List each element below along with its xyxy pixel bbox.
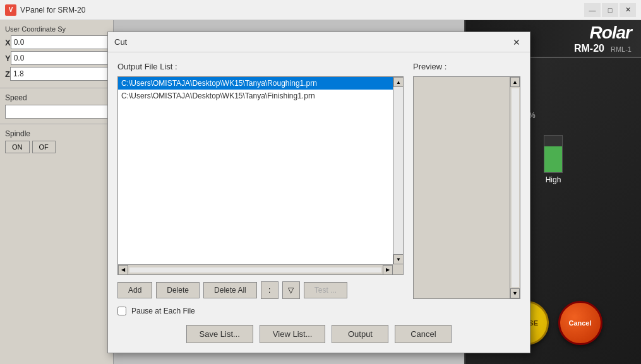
coord-z-input[interactable]: [10, 67, 111, 81]
delete-button[interactable]: Delete: [156, 282, 200, 298]
speed-input[interactable]: [5, 105, 108, 119]
h-scroll-track: [129, 267, 381, 273]
delete-all-button[interactable]: Delete All: [203, 282, 257, 298]
file-list-inner: C:\Users\OMISTAJA\Desktop\WK15\Tanya\Rou…: [118, 77, 393, 264]
axis-x-label: X: [5, 38, 11, 47]
dialog-title: Cut: [114, 37, 127, 47]
dialog-titlebar: Cut ✕: [108, 32, 530, 52]
scroll-up-arrow[interactable]: ▲: [393, 77, 404, 87]
coord-x-input[interactable]: [11, 35, 112, 49]
spindle-buttons: ON OF: [5, 141, 108, 153]
cancel-button[interactable]: Cancel: [395, 325, 452, 343]
app-window: V VPanel for SRM-20 — □ ✕ User Coordinat…: [0, 0, 641, 364]
app-icon: V: [5, 4, 16, 16]
app-titlebar: V VPanel for SRM-20 — □ ✕: [0, 0, 641, 20]
preview-box: ▲ ▼: [413, 76, 520, 299]
file-item-1[interactable]: C:\Users\OMISTAJA\Desktop\WK15\Tanya\Fin…: [118, 90, 393, 102]
minimize-button[interactable]: —: [584, 3, 601, 17]
pause-checkbox[interactable]: [117, 307, 126, 315]
coord-section: User Coordinate Sy X Y Z: [0, 20, 113, 88]
preview-section: Preview : ▲ ▼: [413, 62, 520, 299]
horizontal-scrollbar: ◀ ▶: [118, 264, 393, 274]
bottom-btn-row: Save List... View List... Output Cancel: [117, 325, 520, 343]
titlebar-controls: — □ ✕: [584, 3, 636, 17]
roland-logo: Rolar: [574, 23, 632, 43]
scroll-down-arrow[interactable]: ▼: [393, 254, 404, 264]
file-listbox-wrapper: C:\Users\OMISTAJA\Desktop\WK15\Tanya\Rou…: [117, 76, 404, 275]
roland-model: RM-20: [574, 43, 604, 54]
scroll-right-arrow[interactable]: ▶: [383, 265, 393, 275]
output-button[interactable]: Output: [332, 325, 388, 343]
coord-row-z: Z: [5, 67, 108, 81]
speed-text: High: [546, 175, 561, 184]
speed-bar-fill: [544, 146, 562, 172]
down-button[interactable]: ▽: [282, 281, 300, 299]
spindle-off-button[interactable]: OF: [32, 141, 56, 153]
app-title: VPanel for SRM-20: [20, 6, 85, 15]
dialog-top-section: Output File List : C:\Users\OMISTAJA\Des…: [117, 62, 520, 299]
left-panel: User Coordinate Sy X Y Z Speed Spindle O…: [0, 20, 114, 364]
file-list-label: Output File List :: [117, 62, 404, 71]
coord-label: User Coordinate Sy: [5, 25, 108, 33]
test-button[interactable]: Test ...: [304, 282, 347, 298]
button-row: Add Delete Delete All : ▽ Test ...: [117, 281, 404, 299]
pause-label: Pause at Each File: [131, 307, 195, 315]
cut-dialog: Cut ✕ Output File List : C:\Users\OMISTA…: [107, 32, 530, 353]
save-list-button[interactable]: Save List...: [186, 325, 253, 343]
spindle-on-button[interactable]: ON: [5, 141, 30, 153]
dialog-close-button[interactable]: ✕: [510, 35, 524, 49]
pause-row: Pause at Each File: [117, 307, 520, 315]
cancel-circle-button[interactable]: Cancel: [558, 301, 602, 345]
roland-sub: RML-1: [611, 45, 632, 53]
vertical-scrollbar: ▲ ▼: [393, 77, 403, 264]
maximize-button[interactable]: □: [602, 3, 618, 17]
speed-label: Speed: [5, 93, 108, 102]
axis-z-label: Z: [5, 69, 10, 79]
file-item-0[interactable]: C:\Users\OMISTAJA\Desktop\WK15\Tanya\Rou…: [118, 77, 393, 90]
scroll-left-arrow[interactable]: ◀: [118, 265, 128, 275]
preview-scroll-down[interactable]: ▼: [510, 288, 520, 298]
preview-scroll-up[interactable]: ▲: [510, 77, 520, 87]
axis-y-label: Y: [5, 54, 11, 63]
up-button[interactable]: :: [261, 281, 279, 299]
preview-label: Preview :: [413, 62, 520, 71]
scrollbar-corner: [393, 264, 403, 274]
preview-scroll-track: [512, 88, 519, 287]
coord-row-y: Y: [5, 51, 108, 65]
scroll-track: [393, 87, 403, 254]
roland-logo-area: Rolar RM-20 RML-1: [574, 23, 632, 54]
spindle-label: Spindle: [5, 129, 108, 138]
speed-section: Speed: [0, 88, 113, 124]
titlebar-left: V VPanel for SRM-20: [5, 4, 85, 16]
coord-row-x: X: [5, 35, 108, 49]
add-button[interactable]: Add: [117, 282, 152, 298]
file-list-section: Output File List : C:\Users\OMISTAJA\Des…: [117, 62, 404, 299]
preview-scrollbar: ▲ ▼: [510, 77, 520, 298]
spindle-section: Spindle ON OF: [0, 124, 113, 158]
dialog-body: Output File List : C:\Users\OMISTAJA\Des…: [108, 52, 530, 353]
app-close-button[interactable]: ✕: [620, 3, 636, 17]
speed-bar: [544, 135, 563, 173]
coord-y-input[interactable]: [11, 51, 112, 65]
view-list-button[interactable]: View List...: [260, 325, 326, 343]
